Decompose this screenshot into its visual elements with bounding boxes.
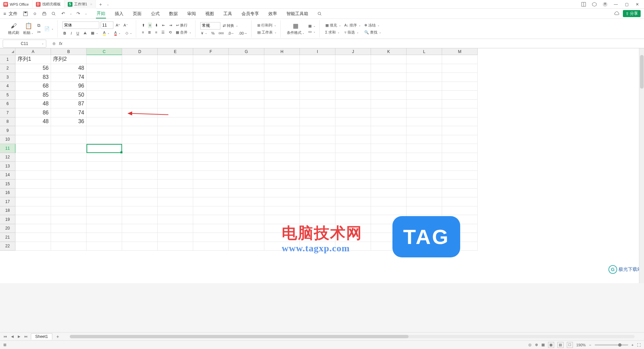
cell[interactable]	[51, 206, 87, 215]
cell[interactable]	[158, 224, 193, 233]
cell[interactable]: 48	[15, 117, 51, 127]
cell[interactable]	[442, 162, 478, 171]
convert-button[interactable]: ⇄转换⌄	[222, 23, 239, 29]
cell[interactable]	[407, 197, 442, 206]
spreadsheet-grid[interactable]: ABCDEFGHIJKLM 12345678910111213141516171…	[0, 48, 644, 283]
hamburger-icon[interactable]: ≡	[3, 11, 6, 16]
cell[interactable]	[122, 117, 158, 127]
cell[interactable]	[442, 189, 478, 198]
sheet-nav-prev-icon[interactable]: ◀	[10, 335, 15, 338]
cell[interactable]	[229, 197, 264, 206]
cell[interactable]	[264, 180, 300, 189]
fontcolor-dropdown-icon[interactable]: ⌄	[118, 32, 121, 35]
cell[interactable]	[371, 55, 407, 64]
window-maximize-button[interactable]: ▢	[623, 0, 631, 8]
cell[interactable]	[122, 233, 158, 242]
cell[interactable]	[442, 197, 478, 206]
currency-dropdown-icon[interactable]: ⌄	[205, 32, 207, 35]
row-header-20[interactable]: 20	[0, 224, 15, 233]
col-header-H[interactable]: H	[264, 48, 300, 55]
fill-color-button[interactable]: A⌄	[102, 30, 110, 36]
cell[interactable]	[193, 215, 229, 224]
cell[interactable]	[371, 180, 407, 189]
cell[interactable]	[335, 100, 371, 109]
freeze-dropdown-icon[interactable]: ⌄	[377, 24, 380, 27]
menu-tab-10[interactable]: 智能工具箱	[286, 9, 309, 18]
cell[interactable]	[193, 153, 229, 162]
cell[interactable]	[158, 91, 193, 100]
horizontal-scrollbar[interactable]	[70, 335, 635, 338]
qat-undo-icon[interactable]: ↶	[60, 10, 66, 17]
cell[interactable]	[122, 126, 158, 135]
cell[interactable]	[193, 73, 229, 82]
app-tab-doke[interactable]: D 找稻壳模板	[33, 0, 64, 9]
cell[interactable]	[442, 64, 478, 73]
col-header-M[interactable]: M	[442, 48, 478, 55]
cell[interactable]	[371, 162, 407, 171]
cell[interactable]	[122, 82, 158, 91]
row-header-4[interactable]: 4	[0, 82, 15, 91]
row-header-1[interactable]: 1	[0, 55, 15, 64]
zoom-value[interactable]: 190%	[576, 343, 586, 347]
row-header-19[interactable]: 19	[0, 215, 15, 224]
col-header-K[interactable]: K	[371, 48, 407, 55]
cell[interactable]	[87, 189, 122, 198]
cell[interactable]	[264, 206, 300, 215]
cell[interactable]	[122, 197, 158, 206]
cell[interactable]	[158, 162, 193, 171]
cell[interactable]	[335, 144, 371, 153]
merge-dropdown-icon[interactable]: ⌄	[189, 31, 192, 34]
cell[interactable]	[122, 153, 158, 162]
cell[interactable]	[229, 100, 264, 109]
cell[interactable]	[15, 189, 51, 198]
cell[interactable]	[264, 162, 300, 171]
cell[interactable]	[442, 144, 478, 153]
sort-button[interactable]: A↓排序⌄	[343, 22, 362, 28]
cell[interactable]	[335, 55, 371, 64]
cell[interactable]	[442, 55, 478, 64]
cell[interactable]	[264, 189, 300, 198]
cell[interactable]	[442, 117, 478, 127]
cell[interactable]	[371, 73, 407, 82]
sheet-tab-sheet1[interactable]: Sheet1	[31, 333, 52, 340]
col-header-J[interactable]: J	[335, 48, 371, 55]
qat-preview-icon[interactable]	[50, 10, 57, 17]
namebox-dropdown-icon[interactable]: ⌄	[42, 42, 44, 45]
cell[interactable]	[300, 100, 335, 109]
cell[interactable]	[87, 117, 122, 127]
cell[interactable]	[122, 108, 158, 117]
cell[interactable]	[442, 73, 478, 82]
cell[interactable]	[122, 55, 158, 64]
row-header-11[interactable]: 11	[0, 144, 15, 153]
cell[interactable]: 36	[51, 117, 87, 127]
row-header-13[interactable]: 13	[0, 162, 15, 171]
cell[interactable]	[371, 100, 407, 109]
cell[interactable]	[193, 100, 229, 109]
redo-dropdown-icon[interactable]: ⌄	[85, 12, 87, 15]
cell[interactable]	[51, 197, 87, 206]
window-minimize-button[interactable]: —	[612, 0, 620, 8]
fill-button[interactable]: ▦填充⌄	[324, 22, 342, 28]
cell[interactable]	[229, 135, 264, 144]
cell[interactable]	[407, 117, 442, 127]
cell[interactable]	[229, 91, 264, 100]
cell[interactable]	[264, 55, 300, 64]
sheet-nav-first-icon[interactable]: ⏮	[3, 335, 8, 338]
cell[interactable]	[87, 242, 122, 251]
cell[interactable]	[51, 233, 87, 242]
cell[interactable]	[87, 73, 122, 82]
menu-tab-2[interactable]: 页面	[132, 9, 142, 18]
cell[interactable]	[264, 100, 300, 109]
zoom-slider[interactable]	[595, 344, 628, 346]
status-eye-icon[interactable]: ◎	[528, 343, 532, 347]
indent-increase-button[interactable]: ⇥	[168, 22, 173, 28]
cell[interactable]	[51, 224, 87, 233]
cell[interactable]	[15, 171, 51, 180]
menu-tab-8[interactable]: 会员专享	[241, 9, 260, 18]
cell[interactable]	[264, 135, 300, 144]
cell[interactable]	[51, 126, 87, 135]
qat-redo-icon[interactable]: ↷	[75, 10, 82, 17]
cell[interactable]	[15, 233, 51, 242]
cell[interactable]	[15, 180, 51, 189]
window-close-button[interactable]: ✕	[633, 0, 641, 8]
